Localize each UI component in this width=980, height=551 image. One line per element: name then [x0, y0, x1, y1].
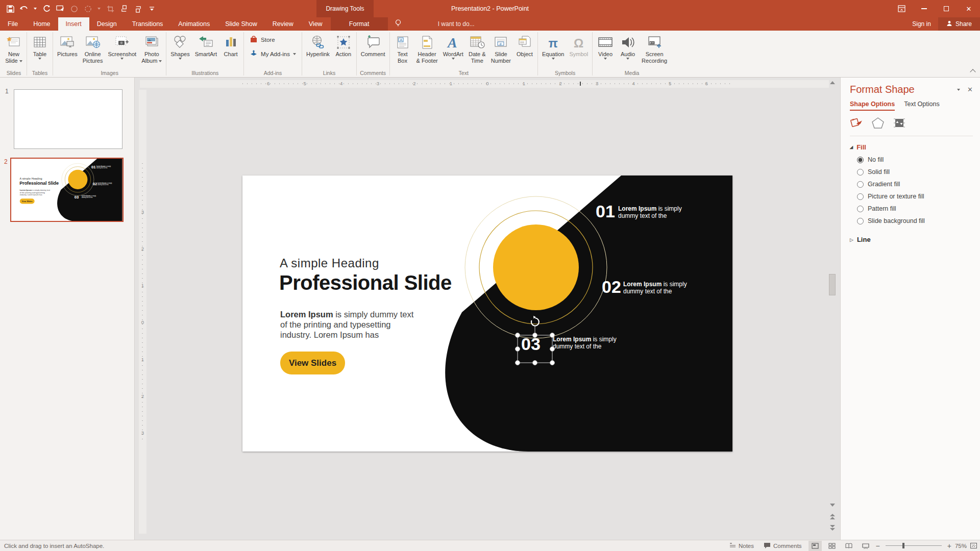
slide-editing-surface[interactable]: A simple Heading Professional Slide Lore… — [242, 176, 732, 452]
pictures-button[interactable]: Pictures — [55, 31, 80, 59]
slide-item-03-text[interactable]: Lorem Ipsum is simply dummy text of the — [553, 336, 617, 350]
save-icon[interactable] — [6, 5, 14, 13]
fill-option-no-fill[interactable]: No fill — [857, 156, 973, 163]
slide-number-button[interactable]: # Slide Number — [488, 31, 513, 66]
wordart-button[interactable]: A WordArt — [440, 31, 466, 61]
shape-fill-icon[interactable] — [70, 5, 78, 13]
fill-option-pattern-fill[interactable]: Pattern fill — [857, 205, 973, 212]
table-button[interactable]: Table — [29, 31, 51, 61]
solid-fill-radio[interactable] — [857, 169, 864, 176]
tab-file[interactable]: File — [0, 17, 26, 31]
horizontal-ruler[interactable]: 6543210123456 — [140, 80, 829, 88]
object-button[interactable]: Object — [513, 31, 536, 59]
chart-button[interactable]: Chart — [219, 31, 242, 59]
restore-button[interactable] — [935, 0, 958, 17]
vertical-scrollbar[interactable] — [828, 80, 837, 537]
screenshot-button[interactable]: Screenshot — [106, 31, 139, 61]
pane-close-icon[interactable]: ✕ — [967, 86, 973, 93]
video-button[interactable]: Video — [594, 31, 617, 61]
fill-option-solid-fill[interactable]: Solid fill — [857, 168, 973, 176]
close-button[interactable]: ✕ — [958, 0, 980, 17]
tab-text-options[interactable]: Text Options — [904, 101, 939, 111]
customize-qat-icon[interactable] — [148, 5, 156, 13]
comment-button[interactable]: Comment — [358, 31, 388, 59]
share-button[interactable]: Share — [938, 17, 980, 31]
reading-view-button[interactable] — [842, 541, 855, 551]
tab-insert[interactable]: Insert — [58, 17, 89, 31]
slide-item-01[interactable]: 01 — [596, 202, 615, 220]
symbol-button[interactable]: Ω Symbol — [567, 31, 591, 59]
crop-icon[interactable] — [106, 5, 114, 13]
zoom-slider-thumb[interactable] — [902, 543, 904, 548]
shape-outline-dropdown-icon[interactable] — [97, 8, 101, 10]
slide-background-fill-radio[interactable] — [857, 218, 864, 224]
undo-icon[interactable] — [20, 5, 28, 13]
date-time-button[interactable]: Date & Time — [466, 31, 488, 66]
slide-1-thumbnail[interactable] — [14, 89, 122, 149]
sign-in-link[interactable]: Sign in — [905, 17, 938, 31]
tab-animations[interactable]: Animations — [170, 17, 217, 31]
audio-button[interactable]: Audio — [617, 31, 639, 61]
picture-texture-fill-radio[interactable] — [857, 193, 864, 200]
text-box-button[interactable]: A Text Box — [391, 31, 414, 66]
notes-button[interactable]: Notes — [726, 540, 757, 551]
zoom-out-button[interactable]: − — [876, 542, 880, 550]
tab-home[interactable]: Home — [26, 17, 58, 31]
normal-view-button[interactable] — [808, 541, 822, 551]
slide-kicker[interactable]: A simple Heading — [280, 256, 379, 270]
tab-view[interactable]: View — [301, 17, 330, 31]
view-slides-button[interactable]: View Slides — [280, 352, 345, 374]
scroll-up-icon[interactable] — [830, 81, 835, 84]
tab-design[interactable]: Design — [89, 17, 125, 31]
equation-button[interactable]: π Equation — [540, 31, 567, 61]
smartart-button[interactable]: SmartArt — [192, 31, 219, 59]
ribbon-display-options-icon[interactable] — [890, 0, 913, 17]
scroll-down-icon[interactable] — [830, 504, 835, 507]
screen-recording-button[interactable]: Screen Recording — [639, 31, 670, 66]
fill-line-icon[interactable]: P — [850, 117, 863, 131]
effects-icon[interactable] — [871, 117, 885, 131]
scrollbar-thumb[interactable] — [829, 274, 836, 295]
hyperlink-button[interactable]: Hyperlink — [304, 31, 332, 59]
shapes-button[interactable]: Shapes — [168, 31, 192, 61]
redo-icon[interactable] — [42, 5, 51, 13]
new-slide-button[interactable]: New Slide — [3, 31, 25, 66]
tab-shape-options[interactable]: Shape Options — [850, 101, 895, 111]
store-button[interactable]: Store — [250, 35, 296, 44]
size-properties-icon[interactable] — [893, 117, 906, 131]
my-addins-button[interactable]: My Add-ins — [250, 49, 296, 59]
send-backward-icon[interactable] — [134, 5, 142, 13]
tab-format[interactable]: Format — [331, 17, 388, 31]
slide-2-thumbnail[interactable]: A simple Heading Professional Slide Lore… — [10, 158, 124, 222]
slide-sorter-view-button[interactable] — [825, 541, 839, 551]
slide-item-03[interactable]: 03 — [521, 335, 541, 353]
photo-album-button[interactable]: Photo Album — [139, 31, 164, 66]
slide-body[interactable]: Lorem Ipsum is simply dummy text of the … — [280, 309, 413, 340]
pane-options-dropdown-icon[interactable] — [957, 89, 960, 91]
shape-outline-icon[interactable] — [84, 5, 92, 13]
bring-forward-icon[interactable] — [120, 5, 128, 13]
slide-show-button[interactable] — [859, 541, 872, 551]
zoom-slider[interactable] — [886, 545, 942, 546]
fill-option-slide-background-fill[interactable]: Slide background fill — [857, 217, 973, 224]
fill-option-picture-texture-fill[interactable]: Picture or texture fill — [857, 193, 973, 200]
tell-me-box[interactable]: I want to do... — [395, 17, 475, 31]
slide-title[interactable]: Professional Slide — [279, 271, 452, 294]
action-button[interactable]: Action — [332, 31, 355, 59]
next-slide-button[interactable] — [830, 525, 835, 531]
tab-slideshow[interactable]: Slide Show — [217, 17, 265, 31]
collapse-ribbon-icon[interactable] — [970, 69, 975, 74]
slide-item-02[interactable]: 02 — [602, 278, 621, 296]
zoom-in-button[interactable]: + — [947, 542, 951, 550]
fill-option-gradient-fill[interactable]: Gradient fill — [857, 181, 973, 188]
pattern-fill-radio[interactable] — [857, 206, 864, 212]
line-section-header[interactable]: ▷ Line — [850, 236, 973, 243]
slide-item-01-text[interactable]: Lorem Ipsum is simply dummy text of the — [618, 205, 682, 219]
previous-slide-button[interactable] — [830, 514, 835, 519]
gradient-fill-radio[interactable] — [857, 181, 864, 188]
online-pictures-button[interactable]: Online Pictures — [80, 31, 106, 66]
tab-transitions[interactable]: Transitions — [125, 17, 171, 31]
start-from-beginning-icon[interactable] — [56, 5, 64, 13]
tab-review[interactable]: Review — [265, 17, 301, 31]
minimize-button[interactable] — [913, 0, 935, 17]
